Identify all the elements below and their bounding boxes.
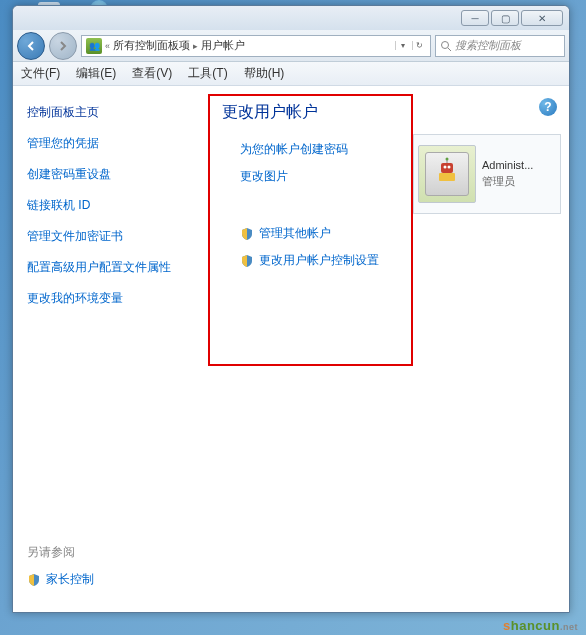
titlebar: ─ ▢ ✕: [13, 6, 569, 30]
search-icon: [440, 40, 452, 52]
menu-help[interactable]: 帮助(H): [244, 65, 285, 82]
see-also-parental[interactable]: 家长控制: [27, 571, 94, 588]
robot-icon: [435, 157, 459, 185]
user-accounts-icon: 👥: [86, 38, 102, 54]
control-panel-window: ─ ▢ ✕ 👥 « 所有控制面板项 ▸ 用户帐户 ▾ ↻ 搜索控制面板 文件(F…: [12, 5, 570, 613]
help-icon[interactable]: ?: [539, 98, 557, 116]
sidebar-link-credentials[interactable]: 管理您的凭据: [27, 135, 194, 152]
sidebar: 控制面板主页 管理您的凭据 创建密码重设盘 链接联机 ID 管理文件加密证书 配…: [13, 86, 208, 612]
maximize-button[interactable]: ▢: [491, 10, 519, 26]
menu-bar: 文件(F) 编辑(E) 查看(V) 工具(T) 帮助(H): [13, 62, 569, 86]
svg-line-1: [448, 48, 451, 51]
breadcrumb-sep: «: [105, 41, 110, 51]
sidebar-title[interactable]: 控制面板主页: [27, 104, 194, 121]
svg-point-7: [446, 158, 449, 161]
svg-point-3: [444, 166, 447, 169]
minimize-button[interactable]: ─: [461, 10, 489, 26]
user-info: Administ... 管理员: [482, 159, 533, 189]
forward-button[interactable]: [49, 32, 77, 60]
shield-icon: [240, 227, 254, 241]
sidebar-link-password-reset[interactable]: 创建密码重设盘: [27, 166, 194, 183]
search-input[interactable]: 搜索控制面板: [435, 35, 565, 57]
svg-rect-2: [441, 163, 453, 173]
sidebar-link-encryption[interactable]: 管理文件加密证书: [27, 228, 194, 245]
see-also-title: 另请参阅: [27, 544, 94, 561]
menu-view[interactable]: 查看(V): [132, 65, 172, 82]
shield-icon: [240, 254, 254, 268]
breadcrumb-arrow: ▸: [193, 41, 198, 51]
main-area: ? 更改用户帐户 为您的帐户创建密码 更改图片 管理其他帐户 更改用户帐户控制设…: [208, 86, 569, 612]
navigation-bar: 👥 « 所有控制面板项 ▸ 用户帐户 ▾ ↻ 搜索控制面板: [13, 30, 569, 62]
breadcrumb-user-accounts[interactable]: 用户帐户: [201, 38, 245, 53]
see-also-section: 另请参阅 家长控制: [27, 544, 94, 588]
menu-tools[interactable]: 工具(T): [188, 65, 227, 82]
watermark: shancun.net: [503, 618, 578, 633]
svg-point-4: [448, 166, 451, 169]
menu-file[interactable]: 文件(F): [21, 65, 60, 82]
svg-point-0: [442, 41, 449, 48]
close-button[interactable]: ✕: [521, 10, 563, 26]
link-manage-accounts[interactable]: 管理其他帐户: [240, 225, 559, 242]
back-button[interactable]: [17, 32, 45, 60]
sidebar-link-env-vars[interactable]: 更改我的环境变量: [27, 290, 194, 307]
svg-rect-5: [439, 173, 455, 181]
refresh-button[interactable]: ↻: [412, 41, 426, 50]
breadcrumb-all-items[interactable]: 所有控制面板项: [113, 38, 190, 53]
sidebar-link-online-id[interactable]: 链接联机 ID: [27, 197, 194, 214]
menu-edit[interactable]: 编辑(E): [76, 65, 116, 82]
user-name: Administ...: [482, 159, 533, 171]
search-placeholder: 搜索控制面板: [455, 38, 521, 53]
shield-icon: [27, 573, 41, 587]
sidebar-link-profile[interactable]: 配置高级用户配置文件属性: [27, 259, 194, 276]
content-area: 控制面板主页 管理您的凭据 创建密码重设盘 链接联机 ID 管理文件加密证书 配…: [13, 86, 569, 612]
link-uac-settings[interactable]: 更改用户帐户控制设置: [240, 252, 559, 269]
user-role: 管理员: [482, 174, 533, 189]
breadcrumb[interactable]: 👥 « 所有控制面板项 ▸ 用户帐户 ▾ ↻: [81, 35, 431, 57]
avatar[interactable]: [418, 145, 476, 203]
back-arrow-icon: [25, 40, 37, 52]
page-title: 更改用户帐户: [222, 102, 559, 123]
user-card: Administ... 管理员: [413, 134, 561, 214]
avatar-image: [425, 152, 469, 196]
forward-arrow-icon: [57, 40, 69, 52]
breadcrumb-dropdown[interactable]: ▾: [395, 41, 409, 50]
see-also-link-label: 家长控制: [46, 571, 94, 588]
